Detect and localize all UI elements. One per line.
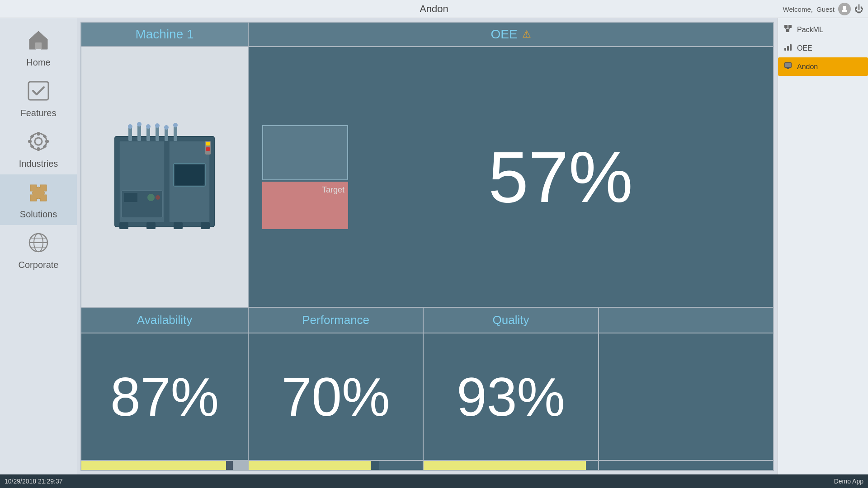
features-icon bbox=[27, 80, 50, 105]
nav-tree-oee-label: OEE bbox=[797, 44, 812, 52]
nav-tree-packml-label: PackML bbox=[797, 26, 823, 34]
sidebar-item-solutions-label: Solutions bbox=[20, 209, 57, 220]
availability-label: Availability bbox=[137, 313, 192, 327]
performance-quality-headers: Performance Quality bbox=[249, 308, 773, 333]
performance-value: 70% bbox=[282, 366, 390, 428]
availability-value: 87% bbox=[110, 366, 219, 428]
quality-bar-fill bbox=[424, 461, 585, 470]
oee-title-text: OEE bbox=[491, 27, 517, 42]
right-nav-panel: PackML OEE Andon bbox=[778, 18, 868, 474]
quality-bar-cell bbox=[424, 461, 598, 470]
quality-value-cell: 93% bbox=[424, 333, 598, 460]
oee-value: 57% bbox=[488, 141, 633, 213]
sidebar-item-features[interactable]: Features bbox=[0, 73, 77, 124]
user-name: Guest bbox=[816, 5, 835, 13]
nav-tree-item-packml[interactable]: PackML bbox=[778, 20, 868, 39]
sidebar: Home Features bbox=[0, 18, 77, 474]
quality-header: Quality bbox=[424, 308, 598, 333]
quality-value: 93% bbox=[457, 366, 565, 428]
home-icon bbox=[27, 29, 50, 55]
svg-rect-1 bbox=[35, 42, 42, 49]
machine-illustration bbox=[101, 118, 228, 236]
svg-rect-39 bbox=[146, 222, 156, 229]
top-bar-right: Welcome, Guest ⏻ bbox=[783, 0, 868, 18]
corporate-icon bbox=[27, 232, 50, 257]
svg-rect-36 bbox=[206, 142, 210, 145]
svg-rect-25 bbox=[165, 128, 168, 141]
logout-icon[interactable]: ⏻ bbox=[854, 4, 863, 14]
sidebar-item-home-label: Home bbox=[26, 57, 50, 68]
andon-nav-icon bbox=[783, 61, 793, 72]
svg-rect-7 bbox=[28, 140, 32, 143]
sidebar-item-home[interactable]: Home bbox=[0, 23, 77, 73]
sidebar-item-industries[interactable]: Industries bbox=[0, 124, 77, 174]
sidebar-item-corporate-label: Corporate bbox=[19, 260, 59, 270]
svg-rect-26 bbox=[174, 126, 177, 141]
machine-title: Machine 1 bbox=[81, 23, 249, 47]
oee-mini-chart: Target bbox=[262, 125, 348, 229]
oee-chart-lower: Target bbox=[262, 182, 348, 229]
performance-header: Performance bbox=[249, 308, 423, 333]
svg-rect-38 bbox=[119, 222, 128, 229]
svg-point-45 bbox=[156, 195, 160, 200]
availability-bar-fill bbox=[81, 461, 226, 470]
svg-rect-40 bbox=[174, 222, 183, 229]
svg-rect-55 bbox=[790, 44, 792, 51]
svg-rect-59 bbox=[786, 69, 790, 69]
extra-header bbox=[599, 308, 773, 333]
svg-point-4 bbox=[35, 138, 42, 145]
oee-header: OEE ⚠ bbox=[249, 23, 773, 47]
nav-tree-item-oee[interactable]: OEE bbox=[778, 39, 868, 57]
svg-rect-48 bbox=[786, 29, 789, 32]
svg-rect-54 bbox=[787, 46, 789, 51]
sidebar-item-corporate[interactable]: Corporate bbox=[0, 225, 77, 276]
content-area: Machine 1 OEE ⚠ bbox=[77, 18, 778, 474]
svg-rect-57 bbox=[785, 63, 791, 67]
sidebar-item-solutions[interactable]: Solutions bbox=[0, 174, 77, 225]
svg-rect-58 bbox=[787, 68, 789, 69]
performance-value-cell: 70% bbox=[249, 333, 423, 460]
svg-rect-8 bbox=[45, 140, 49, 143]
svg-rect-34 bbox=[175, 165, 204, 185]
extra-value-cell bbox=[599, 333, 773, 460]
svg-rect-2 bbox=[28, 82, 48, 100]
svg-rect-46 bbox=[784, 25, 788, 28]
industries-icon bbox=[27, 131, 50, 156]
nav-tree-andon-label: Andon bbox=[797, 63, 818, 71]
status-bar: 10/29/2018 21:29:37 Demo App bbox=[0, 474, 868, 488]
dashboard: Machine 1 OEE ⚠ bbox=[80, 22, 774, 471]
machine-title-text: Machine 1 bbox=[135, 27, 193, 41]
performance-bar-marker bbox=[371, 461, 379, 470]
svg-point-31 bbox=[164, 125, 169, 130]
warning-icon: ⚠ bbox=[522, 28, 531, 40]
main-layout: Home Features bbox=[0, 18, 868, 474]
svg-point-32 bbox=[173, 123, 178, 127]
welcome-text: Welcome, bbox=[783, 5, 813, 13]
svg-point-27 bbox=[128, 124, 132, 129]
svg-rect-6 bbox=[37, 147, 40, 151]
status-datetime: 10/29/2018 21:29:37 bbox=[5, 478, 62, 485]
app-title: Andon bbox=[420, 3, 448, 15]
svg-rect-41 bbox=[201, 222, 210, 229]
performance-label: Performance bbox=[302, 313, 369, 327]
svg-point-28 bbox=[137, 122, 142, 127]
performance-bar-cell bbox=[249, 461, 423, 470]
svg-rect-5 bbox=[37, 132, 40, 136]
svg-point-0 bbox=[843, 6, 846, 9]
svg-point-29 bbox=[146, 124, 151, 129]
svg-point-30 bbox=[155, 123, 160, 128]
availability-bar-marker bbox=[226, 461, 233, 470]
extra-bar-cell bbox=[599, 461, 773, 470]
quality-label: Quality bbox=[493, 313, 529, 327]
machine-image-container bbox=[81, 47, 249, 308]
availability-bar-cell bbox=[81, 460, 249, 470]
oee-nav-icon bbox=[783, 42, 793, 54]
oee-value-container: 57% bbox=[362, 141, 760, 213]
svg-rect-24 bbox=[156, 127, 159, 141]
oee-content-panel: Target 57% bbox=[249, 47, 773, 308]
perf-quality-bars bbox=[249, 460, 773, 470]
oee-target-label: Target bbox=[322, 185, 344, 195]
sidebar-item-features-label: Features bbox=[21, 108, 57, 118]
availability-header: Availability bbox=[81, 308, 249, 333]
nav-tree-item-andon[interactable]: Andon bbox=[778, 57, 868, 76]
